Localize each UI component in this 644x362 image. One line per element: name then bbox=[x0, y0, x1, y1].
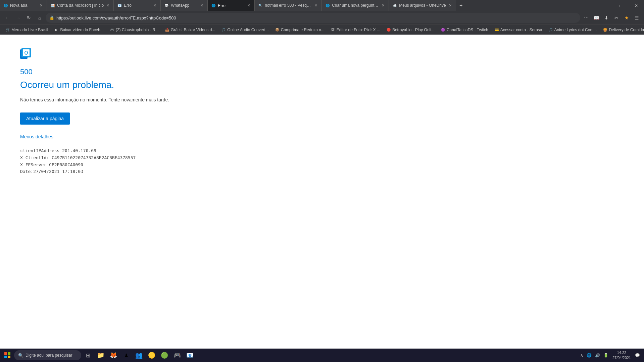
title-bar: 🌐 Nova aba ✕ 🪟 Conta da Microsoft | Iníc… bbox=[0, 0, 644, 11]
tab-nova-aba[interactable]: 🌐 Nova aba ✕ bbox=[0, 0, 47, 11]
tab-whatsapp[interactable]: 💬 WhatsApp ✕ bbox=[161, 0, 208, 11]
taskbar-apps: 📁 🦊 ♟ 👥 🟡 🟢 🎮 📧 bbox=[95, 349, 196, 361]
svg-rect-6 bbox=[8, 352, 10, 355]
bookmark-comprima[interactable]: 📦 Comprima e Reduza o... bbox=[272, 27, 327, 33]
xbox-icon: 🎮 bbox=[174, 352, 181, 359]
start-button[interactable] bbox=[1, 349, 13, 361]
tab-close-2[interactable]: ✕ bbox=[106, 3, 110, 8]
bookmark-favicon-6: 📦 bbox=[275, 28, 280, 32]
bookmark-favicon-2: ▶ bbox=[54, 28, 59, 32]
menu-button[interactable]: ☰ bbox=[632, 13, 641, 22]
tab-close-8[interactable]: ✕ bbox=[448, 3, 452, 8]
tab-onedrive[interactable]: ☁️ Meus arquivos - OneDrive ✕ bbox=[389, 0, 456, 11]
forward-button[interactable]: → bbox=[13, 13, 23, 22]
bookmark-delivery[interactable]: 🍔 Delivery de Comida e ... bbox=[600, 27, 644, 33]
bookmark-audio-convert[interactable]: 🎵 Online Audio Convert... bbox=[218, 27, 271, 33]
tab-close-7[interactable]: ✕ bbox=[381, 3, 385, 8]
star-button[interactable]: ★ bbox=[622, 13, 631, 22]
taskbar-app-game[interactable]: 🟡 bbox=[146, 349, 158, 361]
bookmark-serasa[interactable]: 💳 Acessar conta - Serasa bbox=[492, 27, 545, 33]
home-button[interactable]: ⌂ bbox=[35, 13, 44, 22]
taskbar-app-steam[interactable]: ♟ bbox=[120, 349, 132, 361]
tab-search[interactable]: 🔍 hotmail erro 500 - Pesquisa... ✕ bbox=[255, 0, 322, 11]
taskbar-app-xbox[interactable]: 🎮 bbox=[171, 349, 183, 361]
taskbar-app-spotify[interactable]: 🟢 bbox=[158, 349, 170, 361]
tab-close-3[interactable]: ✕ bbox=[153, 3, 157, 8]
tabs-area: 🌐 Nova aba ✕ 🪟 Conta da Microsoft | Iníc… bbox=[0, 0, 598, 11]
bookmark-claustrophobia[interactable]: 🎮 (2) Claustrophobia - R... bbox=[107, 27, 161, 33]
tray-volume[interactable]: 🔊 bbox=[594, 352, 601, 358]
bookmark-betrayal[interactable]: 🔴 BetrayaI.io - Play Onli... bbox=[384, 27, 437, 33]
tab-favicon-3: 📧 bbox=[117, 3, 122, 8]
svg-rect-8 bbox=[8, 356, 10, 358]
bookmark-anime-lyrics[interactable]: 🎵 Anime Lyrics dot Com... bbox=[546, 27, 600, 33]
address-bar[interactable]: 🔒 bbox=[46, 13, 580, 23]
tray-notification[interactable]: 💬 bbox=[634, 352, 641, 358]
tab-favicon-7: 🌐 bbox=[325, 3, 330, 8]
refresh-button[interactable]: Atualizar a página bbox=[20, 112, 70, 125]
task-view-button[interactable]: ⊞ bbox=[82, 349, 94, 361]
detail-fe-server: X-FEServer CP2PR80CA0090 bbox=[20, 162, 644, 169]
taskbar-app-firefox[interactable]: 🦊 bbox=[107, 349, 119, 361]
back-button[interactable]: ← bbox=[3, 13, 12, 22]
taskbar-search-icon: 🔍 bbox=[18, 353, 23, 358]
outlook-taskbar-icon: 📧 bbox=[186, 352, 194, 359]
bookmark-pixlr[interactable]: 🖼 Editor de Foto: Pixlr X ... bbox=[328, 27, 383, 33]
taskbar-search[interactable]: 🔍 Digite aqui para pesquisar bbox=[14, 350, 81, 360]
tab-favicon-4: 💬 bbox=[164, 3, 169, 8]
bookmark-baixar-videos[interactable]: 📥 Grátis! Baixar Videos d... bbox=[162, 27, 218, 33]
minimize-button[interactable]: ─ bbox=[598, 0, 613, 11]
taskbar-app-teams[interactable]: 👥 bbox=[133, 349, 145, 361]
error-title: Ocorreu um problema. bbox=[20, 80, 644, 90]
tab-close-6[interactable]: ✕ bbox=[314, 3, 318, 8]
bookmark-baixar-video[interactable]: ▶ Baixar video do Faceb... bbox=[51, 27, 106, 33]
tab-criar[interactable]: 🌐 Criar uma nova pergunta o... ✕ bbox=[322, 0, 389, 11]
pocket-button[interactable]: ⬇ bbox=[602, 13, 611, 22]
bookmark-favicon-1: 🛒 bbox=[5, 28, 10, 32]
tab-erro-active[interactable]: 🌐 Erro ✕ bbox=[208, 0, 255, 11]
tab-erro-3[interactable]: 📧 Erro ✕ bbox=[114, 0, 161, 11]
new-tab-button[interactable]: + bbox=[456, 0, 466, 11]
toolbar: ← → ↻ ⌂ 🔒 ⋯ 📖 ⬇ ✂ ★ ☰ bbox=[0, 11, 644, 25]
window-controls: ─ □ ✕ bbox=[598, 0, 644, 11]
bookmark-favicon-5: 🎵 bbox=[221, 28, 226, 32]
error-description: Não temos essa informação no momento. Te… bbox=[20, 97, 644, 102]
less-details-link[interactable]: Menos detalhes bbox=[20, 134, 644, 139]
tab-close-4[interactable]: ✕ bbox=[200, 3, 204, 8]
tab-favicon-6: 🔍 bbox=[258, 3, 263, 8]
task-view-icon: ⊞ bbox=[86, 352, 90, 359]
system-clock[interactable]: 14:22 27/04/2021 bbox=[610, 350, 633, 361]
bookmark-favicon-3: 🎮 bbox=[110, 28, 114, 32]
detail-client-id: X-ClientId: C497B11022074732A8E2ACBBE437… bbox=[20, 154, 644, 162]
bookmark-mercadolivre[interactable]: 🛒 Mercado Livre Brasil bbox=[3, 27, 51, 33]
extensions-button[interactable]: ⋯ bbox=[582, 13, 591, 22]
taskbar: 🔍 Digite aqui para pesquisar ⊞ 📁 🦊 ♟ 👥 🟡… bbox=[0, 349, 644, 362]
bookmark-twitch[interactable]: 🟣 CanalTaticaDS - Twitch bbox=[438, 27, 491, 33]
taskbar-app-outlook[interactable]: 📧 bbox=[184, 349, 196, 361]
close-button[interactable]: ✕ bbox=[629, 0, 644, 11]
svg-point-4 bbox=[25, 51, 27, 54]
toolbar-actions: ⋯ 📖 ⬇ ✂ ★ ☰ bbox=[582, 13, 641, 22]
detail-date: Date:27/04/2021 17:18:03 bbox=[20, 168, 644, 175]
tab-close-5[interactable]: ✕ bbox=[247, 3, 251, 8]
tab-close-1[interactable]: ✕ bbox=[39, 3, 43, 8]
game-icon: 🟡 bbox=[148, 352, 155, 359]
tab-favicon-8: ☁️ bbox=[392, 3, 397, 8]
taskbar-app-fileexplorer[interactable]: 📁 bbox=[95, 349, 107, 361]
spotify-icon: 🟢 bbox=[161, 352, 168, 359]
address-input[interactable] bbox=[56, 15, 577, 20]
tray-network[interactable]: 🌐 bbox=[585, 352, 593, 358]
tray-chevron[interactable]: ∧ bbox=[579, 352, 585, 358]
tray-battery[interactable]: 🔋 bbox=[602, 352, 610, 358]
outlook-logo bbox=[20, 48, 644, 61]
tab-favicon-5: 🌐 bbox=[211, 3, 216, 8]
reload-button[interactable]: ↻ bbox=[24, 13, 34, 22]
bookmark-favicon-7: 🖼 bbox=[331, 28, 335, 32]
maximize-button[interactable]: □ bbox=[613, 0, 629, 11]
bookmark-favicon-12: 🍔 bbox=[603, 28, 607, 32]
browser-window: 🌐 Nova aba ✕ 🪟 Conta da Microsoft | Iníc… bbox=[0, 0, 644, 349]
screenshot-button[interactable]: ✂ bbox=[612, 13, 621, 22]
reader-view-button[interactable]: 📖 bbox=[592, 13, 601, 22]
tab-microsoft[interactable]: 🪟 Conta da Microsoft | Início ✕ bbox=[47, 0, 114, 11]
tab-favicon-2: 🪟 bbox=[50, 3, 55, 8]
